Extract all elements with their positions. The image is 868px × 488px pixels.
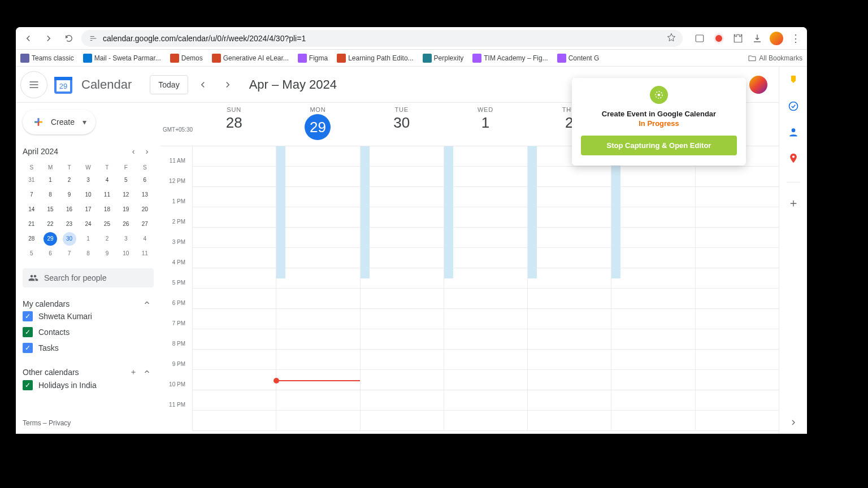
chrome-menu-icon[interactable]: ⋮ [789,32,802,45]
nav-reload[interactable] [61,30,77,46]
mini-cal-next[interactable]: › [140,145,154,158]
create-button[interactable]: Create ▾ [23,110,96,134]
day-column[interactable] [695,146,779,431]
add-addon-icon[interactable]: ＋ [788,197,799,208]
day-column[interactable] [527,146,611,431]
bookmark-item[interactable]: Figma [298,54,328,63]
mini-cal-day[interactable]: 29 [44,232,57,246]
day-column[interactable] [360,146,444,431]
calendar-checkbox[interactable]: ✓ [23,327,33,337]
calendar-checkbox[interactable]: ✓ [23,343,33,353]
recording-icon[interactable] [712,32,726,45]
day-header[interactable]: MON29 [276,103,359,146]
search-people-input[interactable]: Search for people [23,268,154,287]
mini-cal-day[interactable]: 31 [25,173,38,187]
address-bar[interactable]: calendar.google.com/calendar/u/0/r/week/… [81,30,683,47]
mini-cal-day[interactable]: 6 [138,173,151,187]
mini-cal-day[interactable]: 19 [119,203,133,216]
mini-cal-day[interactable]: 1 [44,173,57,187]
main-menu-button[interactable] [20,71,47,98]
day-column[interactable] [611,146,695,431]
day-column[interactable] [192,146,276,431]
mini-cal-day[interactable]: 28 [25,232,38,246]
mini-cal-day[interactable]: 15 [44,203,57,216]
profile-avatar-small[interactable] [770,32,783,45]
prev-week-button[interactable] [194,76,212,94]
mini-cal-day[interactable]: 16 [63,203,76,216]
calendar-checkbox[interactable]: ✓ [23,311,33,321]
mini-cal-day[interactable]: 10 [119,247,133,260]
mini-cal-day[interactable]: 5 [25,247,38,260]
bookmark-item[interactable]: Mail - Sweta Parmar... [83,54,161,63]
mini-cal-day[interactable]: 24 [81,217,95,231]
stop-capturing-button[interactable]: Stop Capturing & Open Editor [581,136,737,155]
calendar-item[interactable]: ✓Holidays in India [23,377,154,393]
keep-icon[interactable] [788,75,799,86]
mini-cal-day[interactable]: 12 [119,188,133,202]
bookmark-item[interactable]: Content G [557,54,600,63]
mini-cal-day[interactable]: 2 [63,173,76,187]
today-button[interactable]: Today [150,75,188,94]
mini-cal-day[interactable]: 5 [119,173,133,187]
nav-forward[interactable] [41,30,57,46]
mini-cal-day[interactable]: 10 [81,188,95,202]
extensions-icon[interactable] [731,32,745,45]
calendar-checkbox[interactable]: ✓ [23,380,33,390]
day-header[interactable]: SUN28 [192,103,276,146]
day-column[interactable] [444,146,527,431]
calendar-item[interactable]: ✓Tasks [23,340,154,356]
bookmark-item[interactable]: Learning Path Edito... [337,54,413,63]
mini-cal-prev[interactable]: ‹ [127,145,140,158]
bookmark-item[interactable]: Generative AI eLear... [212,54,289,63]
mini-cal-day[interactable]: 9 [100,247,114,260]
day-header[interactable]: TUE30 [360,103,444,146]
mini-cal-day[interactable]: 22 [44,217,57,231]
day-header[interactable]: WED1 [444,103,527,146]
mini-cal-day[interactable]: 2 [100,232,114,246]
mini-cal-day[interactable]: 13 [138,188,151,202]
mini-cal-day[interactable]: 8 [81,247,95,260]
contacts-icon[interactable] [788,127,799,138]
downloads-icon[interactable] [750,32,764,45]
mini-cal-day[interactable]: 27 [138,217,151,231]
mini-cal-day[interactable]: 11 [100,188,114,202]
terms-privacy[interactable]: Terms – Privacy [23,417,154,429]
mini-cal-day[interactable]: 6 [44,247,57,260]
mini-cal-day[interactable]: 7 [63,247,76,260]
mini-cal-day[interactable]: 7 [25,188,38,202]
mini-cal-day[interactable]: 26 [119,217,133,231]
panel-icon[interactable] [693,32,706,45]
star-icon[interactable] [667,33,676,43]
nav-back[interactable] [20,30,36,46]
mini-cal-day[interactable]: 23 [63,217,76,231]
mini-cal-day[interactable]: 4 [138,232,151,246]
bookmark-item[interactable]: Perplexity [423,54,464,63]
mini-cal-day[interactable]: 21 [25,217,38,231]
mini-cal-day[interactable]: 17 [81,203,95,216]
site-settings-icon[interactable] [88,33,98,43]
mini-cal-day[interactable]: 18 [100,203,114,216]
mini-cal-day[interactable]: 4 [100,173,114,187]
mini-cal-day[interactable]: 3 [119,232,133,246]
calendar-item[interactable]: ✓Shweta Kumari [23,308,154,324]
bookmark-item[interactable]: TIM Academy – Fig... [472,54,548,63]
collapse-other-calendars[interactable] [140,368,154,377]
all-bookmarks[interactable]: All Bookmarks [748,54,802,63]
maps-icon[interactable] [788,152,799,164]
add-other-calendar[interactable]: ＋ [127,367,140,377]
mini-cal-day[interactable]: 3 [81,173,95,187]
mini-cal-day[interactable]: 30 [63,232,76,246]
calendar-item[interactable]: ✓Contacts [23,324,154,340]
mini-cal-day[interactable]: 9 [63,188,76,202]
mini-cal-day[interactable]: 25 [100,217,114,231]
mini-cal-day[interactable]: 11 [138,247,151,260]
mini-cal-day[interactable]: 20 [138,203,151,216]
mini-cal-day[interactable]: 8 [44,188,57,202]
tasks-icon[interactable] [788,101,799,112]
account-avatar[interactable] [749,76,767,94]
mini-cal-day[interactable]: 1 [81,232,95,246]
collapse-side-panel[interactable] [787,416,800,429]
mini-cal-day[interactable]: 14 [25,203,38,216]
day-column[interactable] [276,146,359,431]
collapse-my-calendars[interactable] [140,299,154,308]
